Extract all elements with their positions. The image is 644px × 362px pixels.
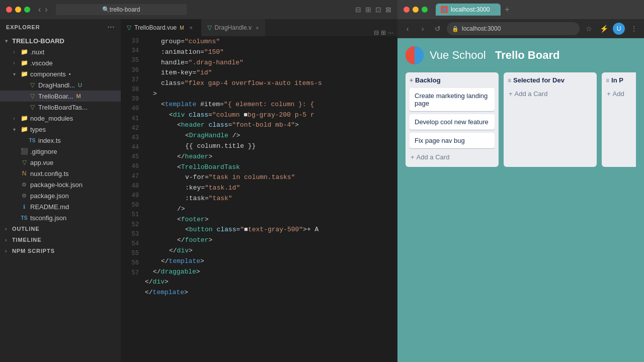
extensions-btn[interactable]: ⚡ bbox=[598, 23, 610, 35]
appvue-label: app.vue bbox=[30, 159, 53, 166]
browser-close[interactable] bbox=[404, 7, 410, 13]
code-line-57: </template> bbox=[145, 288, 397, 298]
lock-icon: 🔒 bbox=[452, 26, 459, 32]
address-bar[interactable]: 🔒 localhost:3000 bbox=[447, 22, 580, 35]
readme-label: README.md bbox=[30, 203, 69, 211]
back-btn[interactable]: ‹ bbox=[401, 23, 414, 35]
sidebar-item-components[interactable]: 📁 components • bbox=[0, 68, 121, 79]
add-card-icon: + bbox=[509, 90, 513, 98]
column-backlog: + Backlog Create marketing landing page … bbox=[406, 72, 499, 167]
sidebar-item-tsconfig[interactable]: TS tsconfig.json bbox=[0, 212, 121, 223]
browser-favicon: 🌐 bbox=[441, 6, 448, 13]
url-display: localhost:3000 bbox=[462, 25, 501, 32]
outline-section[interactable]: OUTLINE bbox=[0, 223, 121, 234]
code-line-41: <header class="font-bold mb-4"> bbox=[145, 120, 397, 131]
sidebar-item-packagelock[interactable]: ⚙ package-lock.json bbox=[0, 179, 121, 190]
file-spacer bbox=[10, 158, 18, 166]
sidebar-item-trelloboard[interactable]: ▽ TrelloBoar... M bbox=[0, 90, 121, 102]
code-line-40: <div class="column ■bg-gray-200 p-5 r bbox=[145, 110, 397, 121]
code-line-33: group="columns" bbox=[145, 37, 397, 47]
sidebar-item-indexts[interactable]: TS index.ts bbox=[0, 135, 121, 146]
search-label: trello-board bbox=[110, 6, 140, 13]
sidebar-item-vscode[interactable]: 📁 .vscode bbox=[0, 57, 121, 68]
sidebar-item-trelloboardtask[interactable]: ▽ TrelloBoardTas... bbox=[0, 102, 121, 113]
vue-icon: ▽ bbox=[28, 81, 36, 89]
board-title-vueschool: Vue School bbox=[430, 49, 486, 61]
sidebar-item-types[interactable]: 📁 types bbox=[0, 124, 121, 135]
sidebar-item-nuxt[interactable]: 📁 .nuxt bbox=[0, 46, 121, 57]
close-button[interactable] bbox=[6, 7, 12, 13]
sidebar-item-packagejson[interactable]: ⚙ package.json bbox=[0, 190, 121, 201]
card-bug-text: Fix page nav bug bbox=[415, 137, 465, 144]
card-marketing[interactable]: Create marketing landing page bbox=[410, 88, 495, 111]
new-tab-button[interactable]: + bbox=[505, 5, 509, 14]
tree-root[interactable]: TRELLO-BOARD bbox=[0, 35, 121, 46]
editor-container: ▽ TrelloBoard.vue M × ▽ DragHandle.v ● ⊟… bbox=[121, 19, 397, 362]
refresh-btn[interactable]: ↺ bbox=[432, 23, 444, 35]
back-button[interactable]: ‹ bbox=[38, 5, 41, 14]
sidebar-options-icon[interactable]: ··· bbox=[108, 23, 115, 31]
code-line-45: <TrelloBoardTask bbox=[145, 162, 397, 173]
code-line-50: <footer> bbox=[145, 215, 397, 225]
code-line-51: <button class="■text-gray-500">+ A bbox=[145, 225, 397, 235]
add-card-inprogress[interactable]: + Add bbox=[606, 88, 636, 100]
card-feature[interactable]: Develop cool new feature bbox=[410, 114, 495, 130]
maximize-button[interactable] bbox=[24, 7, 30, 13]
tab-trelloboard-close[interactable]: × bbox=[187, 24, 195, 32]
sidebar-item-appvue[interactable]: ▽ app.vue bbox=[0, 157, 121, 168]
npm-scripts-section[interactable]: NPM SCRIPTS bbox=[0, 245, 121, 256]
split-editor-icon[interactable]: ⊟ bbox=[374, 29, 379, 36]
minimize-button[interactable] bbox=[15, 7, 21, 13]
forward-button[interactable]: › bbox=[45, 5, 47, 14]
card-bug[interactable]: Fix page nav bug bbox=[410, 133, 495, 148]
browser-minimize[interactable] bbox=[413, 7, 419, 13]
timeline-section[interactable]: TIMELINE bbox=[0, 234, 121, 245]
sidebar-item-gitignore[interactable]: ⬛ .gitignore bbox=[0, 146, 121, 157]
browser-tab-close[interactable]: × bbox=[493, 7, 496, 13]
add-card-selected[interactable]: + Add a Card bbox=[508, 88, 593, 100]
menu-btn[interactable]: ⋮ bbox=[628, 23, 640, 35]
sidebar-item-nuxtconfig[interactable]: N nuxt.config.ts bbox=[0, 168, 121, 179]
layout-icon-3[interactable]: ⊡ bbox=[375, 6, 381, 14]
search-bar[interactable]: 🔍 trello-board bbox=[56, 4, 187, 15]
add-card-backlog[interactable]: + Add a Card bbox=[410, 151, 495, 163]
packagejson-label: package.json bbox=[30, 192, 69, 200]
drag-icon: ≡ bbox=[606, 77, 609, 84]
profile-btn[interactable]: U bbox=[613, 23, 625, 35]
sidebar-item-draghandle[interactable]: ▽ DragHandl... U bbox=[0, 79, 121, 90]
sidebar: EXPLORER ··· TRELLO-BOARD 📁 .nuxt 📁 .vsc… bbox=[0, 19, 121, 362]
vue-icon: ▽ bbox=[28, 103, 36, 111]
browser-tab-active[interactable]: 🌐 localhost:3000 × bbox=[436, 4, 501, 16]
bookmark-btn[interactable]: ☆ bbox=[583, 23, 595, 35]
file-spacer bbox=[10, 147, 18, 155]
folder-icon: 📁 bbox=[20, 48, 28, 56]
layout-toggle-icon[interactable]: ⊞ bbox=[381, 29, 386, 36]
browser-titlebar: 🌐 localhost:3000 × + bbox=[397, 0, 644, 19]
vue-file-icon: ▽ bbox=[207, 24, 212, 31]
code-line-56: </div> bbox=[145, 277, 397, 288]
nuxt-label: .nuxt bbox=[30, 48, 44, 56]
vscode-folder-label: .vscode bbox=[30, 59, 53, 67]
layout-icon-1[interactable]: ⊟ bbox=[355, 6, 361, 14]
tab-draghandle[interactable]: ▽ DragHandle.v ● bbox=[201, 19, 265, 36]
components-badge: • bbox=[69, 71, 71, 77]
browser-maximize[interactable] bbox=[422, 7, 428, 13]
code-line-43: {{ column.title }} bbox=[145, 141, 397, 152]
forward-btn[interactable]: › bbox=[417, 23, 429, 35]
tab-trelloboard[interactable]: ▽ TrelloBoard.vue M × bbox=[121, 19, 201, 36]
sidebar-item-readme[interactable]: ℹ README.md bbox=[0, 201, 121, 212]
outline-arrow bbox=[2, 225, 10, 233]
npm-label: NPM SCRIPTS bbox=[12, 248, 55, 254]
column-backlog-header: + Backlog bbox=[410, 76, 495, 84]
file-spacer bbox=[10, 203, 18, 211]
add-card-label: Add a Card bbox=[515, 90, 548, 98]
editor-area[interactable]: 3334353637 3839404142 4344454647 4849505… bbox=[121, 37, 397, 362]
layout-icon-2[interactable]: ⊞ bbox=[365, 6, 371, 14]
more-actions-icon[interactable]: ··· bbox=[388, 29, 393, 36]
layout-icon-4[interactable]: ⊠ bbox=[385, 6, 391, 14]
drag-icon: ≡ bbox=[508, 77, 511, 84]
code-line-34: :animation="150" bbox=[145, 47, 397, 58]
vscode-panel: ‹ › 🔍 trello-board ⊟ ⊞ ⊡ ⊠ EXPLORER ··· … bbox=[0, 0, 397, 362]
sidebar-item-nodemodules[interactable]: 📁 node_modules bbox=[0, 113, 121, 124]
ts-icon: TS bbox=[20, 214, 28, 222]
